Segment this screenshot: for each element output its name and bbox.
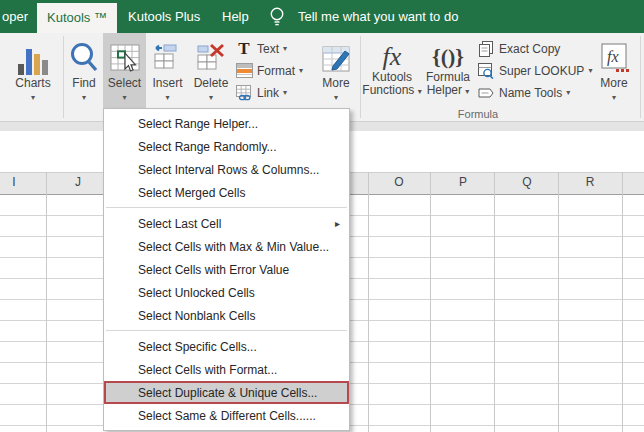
bar-chart-icon: [6, 33, 60, 75]
delete-button[interactable]: Delete ▾: [189, 33, 233, 108]
menu-item-label: Select Interval Rows & Columns...: [138, 163, 319, 177]
column-header[interactable]: P: [449, 172, 477, 193]
dropdown-arrow-icon: ▾: [146, 93, 189, 102]
dropdown-arrow-icon: ▾: [465, 87, 469, 96]
grid-column-line: [430, 172, 431, 432]
dropdown-arrow-icon: ▾: [103, 93, 146, 102]
menu-item-label: Select Cells with Error Value: [138, 263, 289, 277]
menu-item[interactable]: Select Interval Rows & Columns...: [104, 158, 349, 181]
exact-copy-button[interactable]: Exact Copy: [476, 38, 560, 59]
menu-item-label: Select Duplicate & Unique Cells...: [138, 386, 317, 400]
delete-cells-icon: [189, 33, 233, 75]
menu-item-label: Select Merged Cells: [138, 186, 245, 200]
menu-separator: [106, 207, 347, 208]
insert-cells-icon: [146, 33, 189, 75]
tab-kutools-plus[interactable]: Kutools Plus: [128, 0, 200, 33]
name-tools-button[interactable]: Name Tools ▾: [476, 82, 570, 103]
link-button[interactable]: Link ▾: [234, 82, 287, 103]
format-button[interactable]: Format ▾: [234, 60, 303, 81]
exact-copy-label: Exact Copy: [499, 42, 560, 56]
tell-me-box[interactable]: Tell me what you want to do: [298, 0, 458, 33]
dropdown-arrow-icon: ▾: [283, 44, 287, 53]
menu-item-label: Select Unlocked Cells: [138, 286, 255, 300]
format-table-icon: [234, 63, 254, 78]
column-header[interactable]: O: [385, 172, 413, 193]
search-icon: [66, 33, 102, 75]
menu-item-label: Select Nonblank Cells: [138, 309, 255, 323]
more-formula-label: More: [590, 77, 638, 90]
formula-helper-button[interactable]: {()} Formula Helper ▾: [422, 33, 474, 108]
charts-label: Charts: [6, 77, 60, 90]
menu-item[interactable]: Select Unlocked Cells: [104, 281, 349, 304]
dropdown-arrow-icon: ▾: [299, 66, 303, 75]
more-formula-button[interactable]: fx More ▾: [590, 33, 638, 108]
menu-item[interactable]: Select Cells with Error Value: [104, 258, 349, 281]
lightbulb-icon: [268, 6, 286, 32]
name-tools-label: Name Tools: [499, 86, 562, 100]
kutools-functions-line2: Functions: [362, 83, 414, 97]
menu-item-label: Select Range Helper...: [138, 117, 258, 131]
ribbon-tab-bar: oper Kutools ™ Kutools Plus Help Tell me…: [0, 0, 644, 33]
select-dropdown-menu: Select Range Helper...Select Range Rando…: [103, 108, 350, 431]
super-lookup-label: Super LOOKUP: [499, 64, 584, 78]
menu-item[interactable]: Select Cells with Format...: [104, 358, 349, 381]
menu-item-label: Select Range Randomly...: [138, 140, 277, 154]
group-separator: [63, 36, 64, 118]
find-button[interactable]: Find ▾: [66, 33, 102, 108]
dropdown-arrow-icon: ▾: [6, 93, 60, 102]
select-cells-icon: [103, 33, 146, 75]
select-button[interactable]: Select ▾: [103, 33, 146, 108]
menu-item-list: Select Range Helper...Select Range Rando…: [104, 112, 349, 427]
insert-button[interactable]: Insert ▾: [146, 33, 189, 108]
menu-item-label: Select Cells with Max & Min Value...: [138, 240, 329, 254]
menu-item[interactable]: Select Specific Cells...: [104, 335, 349, 358]
delete-label: Delete: [189, 77, 233, 90]
column-header[interactable]: Q: [513, 172, 541, 193]
excel-window: oper Kutools ™ Kutools Plus Help Tell me…: [0, 0, 644, 432]
lookup-icon: [476, 63, 496, 79]
link-label: Link: [257, 86, 279, 100]
dropdown-arrow-icon: ▾: [313, 93, 359, 102]
dropdown-arrow-icon: ▾: [566, 88, 570, 97]
menu-item-label: Select Same & Different Cells......: [138, 409, 316, 423]
text-button[interactable]: T Text ▾: [234, 38, 287, 59]
menu-item[interactable]: Select Merged Cells: [104, 181, 349, 204]
grid-column-line: [558, 172, 559, 432]
tab-help[interactable]: Help: [222, 0, 249, 33]
formula-group-label: Formula: [362, 108, 594, 120]
insert-label: Insert: [146, 77, 189, 90]
dropdown-arrow-icon: ▾: [66, 93, 102, 102]
fx-box-icon: fx: [590, 33, 638, 75]
menu-item[interactable]: Select Same & Different Cells......: [104, 404, 349, 427]
tab-kutools[interactable]: Kutools ™: [37, 3, 117, 33]
menu-item-label: Select Last Cell: [138, 217, 221, 231]
fx-icon: fx: [362, 33, 422, 71]
menu-item[interactable]: Select Cells with Max & Min Value...: [104, 235, 349, 258]
tab-developer-partial[interactable]: oper: [2, 0, 28, 33]
menu-item[interactable]: Select Last Cell▸: [104, 212, 349, 235]
column-header[interactable]: I: [0, 172, 28, 193]
menu-item[interactable]: Select Duplicate & Unique Cells...: [104, 381, 349, 404]
grid-column-line: [368, 172, 369, 432]
kutools-functions-button[interactable]: fx Kutools Functions ▾: [362, 33, 422, 108]
column-header[interactable]: R: [576, 172, 604, 193]
text-label: Text: [257, 42, 279, 56]
menu-separator: [106, 330, 347, 331]
text-icon: T: [234, 40, 254, 57]
menu-item[interactable]: Select Range Randomly...: [104, 135, 349, 158]
charts-button[interactable]: Charts ▾: [6, 33, 60, 108]
formula-helper-line2: Helper: [427, 83, 462, 97]
menu-item[interactable]: Select Nonblank Cells: [104, 304, 349, 327]
dropdown-arrow-icon: ▾: [189, 93, 233, 102]
find-label: Find: [66, 77, 102, 90]
column-header[interactable]: J: [64, 172, 92, 193]
menu-item[interactable]: Select Range Helper...: [104, 112, 349, 135]
more-editing-button[interactable]: More ▾: [313, 33, 359, 108]
svg-text:fx: fx: [607, 48, 619, 66]
dropdown-arrow-icon: ▾: [283, 88, 287, 97]
more-editing-label: More: [313, 77, 359, 90]
braces-icon: {()}: [422, 33, 474, 71]
super-lookup-button[interactable]: Super LOOKUP ▾: [476, 60, 592, 81]
group-separator: [640, 36, 641, 118]
select-label: Select: [103, 77, 146, 90]
